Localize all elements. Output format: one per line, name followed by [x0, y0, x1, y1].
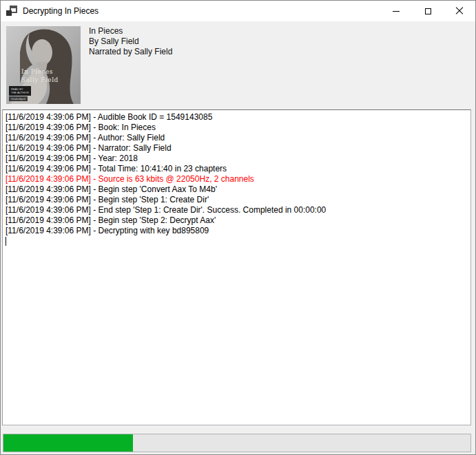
caption-buttons [380, 1, 475, 21]
log-line: [11/6/2019 4:39:06 PM] - Decrypting with… [6, 226, 468, 236]
log-line: [11/6/2019 4:39:06 PM] - End step 'Step … [6, 205, 468, 215]
maximize-button[interactable] [412, 1, 444, 21]
app-window: Decrypting In Pieces [0, 0, 476, 455]
log-line: [11/6/2019 4:39:06 PM] - Author: Sally F… [6, 133, 468, 143]
progress-bar-fill [3, 434, 133, 452]
minimize-icon [393, 11, 400, 12]
minimize-button[interactable] [380, 1, 412, 21]
log-line: [11/6/2019 4:39:06 PM] - Book: In Pieces [6, 123, 468, 133]
app-icon[interactable] [6, 6, 17, 17]
log-line: [11/6/2019 4:39:06 PM] - Begin step 'Ste… [6, 195, 468, 205]
book-narrator: Narrated by Sally Field [89, 47, 172, 57]
book-title: In Pieces [89, 26, 172, 36]
cover-title-text: In Pieces Sally Field [21, 67, 59, 84]
log-output-textbox[interactable]: [11/6/2019 4:39:06 PM] - Audible Book ID… [2, 109, 471, 425]
book-info: In Pieces By Sally Field Narrated by Sal… [89, 26, 172, 57]
text-caret [6, 237, 6, 246]
titlebar[interactable]: Decrypting In Pieces [1, 1, 475, 21]
log-line: [11/6/2019 4:39:06 PM] - Begin step 'Ste… [6, 215, 468, 226]
window-title: Decrypting In Pieces [23, 6, 99, 16]
app-icon-square-shape [6, 10, 12, 16]
log-line: [11/6/2019 4:39:06 PM] - Audible Book ID… [6, 112, 468, 123]
book-cover-image: In Pieces Sally Field READ BY THE AUTHOR… [6, 26, 81, 104]
cover-unabridged-badge: Unabridged [9, 96, 28, 101]
log-line: [11/6/2019 4:39:06 PM] - Year: 2018 [6, 154, 468, 164]
progress-bar [3, 434, 471, 452]
close-button[interactable] [444, 1, 475, 21]
cover-read-by-author-badge: READ BY THE AUTHOR [9, 86, 31, 96]
log-line: [11/6/2019 4:39:06 PM] - Narrator: Sally… [6, 143, 468, 154]
log-line: [11/6/2019 4:39:06 PM] - Source is 63 kb… [6, 174, 468, 184]
maximize-icon [425, 8, 431, 14]
log-line: [11/6/2019 4:39:06 PM] - Begin step 'Con… [6, 184, 468, 195]
close-icon [455, 7, 464, 15]
log-line: [11/6/2019 4:39:06 PM] - Total Time: 10:… [6, 164, 468, 174]
book-author: By Sally Field [89, 36, 172, 47]
